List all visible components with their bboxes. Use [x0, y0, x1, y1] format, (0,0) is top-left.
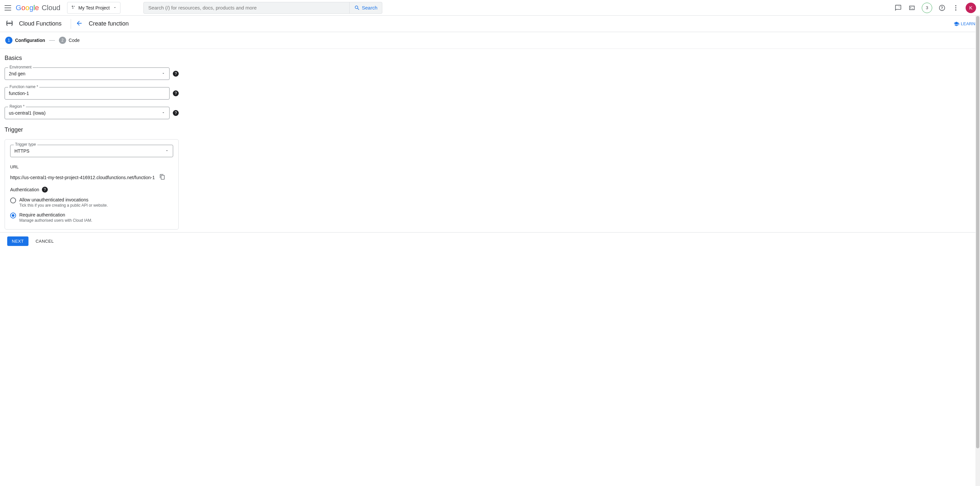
url-label: URL	[10, 164, 173, 169]
notifications-badge[interactable]: 3	[922, 3, 932, 13]
caret-down-icon	[165, 148, 169, 154]
authentication-help-icon[interactable]: ?	[42, 186, 48, 193]
top-bar: Google Cloud My Test Project Search 3	[0, 0, 980, 16]
cancel-button[interactable]: CANCEL	[36, 239, 54, 244]
radio-checked-icon	[10, 212, 16, 218]
region-row: Region * us-central1 (Iowa) ?	[5, 107, 179, 119]
authentication-title: Authentication ?	[10, 186, 173, 193]
function-name-row: Function name * function-1 ?	[5, 87, 179, 100]
google-cloud-logo[interactable]: Google Cloud	[16, 3, 60, 12]
step-1-number: 1	[5, 37, 13, 44]
more-vert-icon[interactable]	[952, 4, 960, 12]
step-2-number: 2	[59, 37, 66, 44]
region-help-icon[interactable]: ?	[173, 110, 179, 116]
function-name-help-icon[interactable]: ?	[173, 91, 179, 96]
trigger-box: Trigger type HTTPS URL https://us-centra…	[5, 139, 179, 229]
environment-value: 2nd gen	[9, 71, 25, 76]
learn-label: LEARN	[961, 21, 975, 26]
cloud-functions-icon	[5, 18, 14, 29]
step-2-label: Code	[69, 38, 80, 43]
trigger-type-label: Trigger type	[14, 142, 37, 147]
url-row: https://us-central1-my-test-project-4169…	[10, 174, 173, 181]
auth-option-require-authentication[interactable]: Require authentication Manage authorised…	[10, 212, 173, 223]
badge-count: 3	[926, 5, 928, 10]
scrollbar-track[interactable]	[975, 16, 980, 250]
region-label: Region *	[8, 104, 26, 109]
stepper: 1 Configuration 2 Code	[0, 32, 980, 49]
auth-option1-label: Allow unauthenticated invocations	[19, 197, 108, 202]
step-divider	[49, 40, 55, 41]
project-icon	[71, 5, 76, 11]
step-code[interactable]: 2 Code	[59, 37, 80, 44]
svg-point-4	[955, 7, 956, 8]
product-title[interactable]: Cloud Functions	[19, 20, 62, 27]
function-name-label: Function name *	[8, 84, 39, 89]
back-arrow-icon[interactable]	[76, 20, 83, 28]
form-content: Basics Environment 2nd gen ? Function na…	[0, 49, 183, 229]
avatar[interactable]: K	[966, 3, 976, 13]
help-icon[interactable]	[938, 4, 946, 12]
next-button[interactable]: NEXT	[7, 236, 29, 246]
bottom-actions: NEXT CANCEL	[0, 232, 980, 250]
step-configuration[interactable]: 1 Configuration	[5, 37, 45, 44]
copy-icon[interactable]	[159, 174, 165, 181]
project-selector[interactable]: My Test Project	[67, 2, 121, 14]
url-value: https://us-central1-my-test-project-4169…	[10, 175, 155, 180]
project-name: My Test Project	[78, 5, 110, 11]
trigger-type-select[interactable]: Trigger type HTTPS	[10, 145, 173, 157]
learn-button[interactable]: LEARN	[953, 21, 975, 27]
authentication-label: Authentication	[10, 187, 39, 192]
search-button[interactable]: Search	[349, 2, 382, 13]
svg-point-0	[72, 6, 73, 7]
sub-bar: Cloud Functions Create function LEARN	[0, 16, 980, 32]
environment-label: Environment	[8, 65, 33, 69]
environment-row: Environment 2nd gen ?	[5, 67, 179, 80]
radio-unchecked-icon	[10, 198, 16, 203]
auth-option1-desc: Tick this if you are creating a public A…	[19, 203, 108, 208]
trigger-type-value: HTTPS	[14, 148, 29, 154]
function-name-input[interactable]: Function name * function-1	[5, 87, 170, 100]
search-button-label: Search	[362, 5, 378, 11]
svg-point-8	[11, 23, 12, 24]
caret-down-icon	[113, 5, 117, 11]
chat-icon[interactable]	[894, 4, 902, 12]
basics-title: Basics	[5, 55, 179, 62]
region-select[interactable]: Region * us-central1 (Iowa)	[5, 107, 170, 119]
avatar-letter: K	[969, 5, 972, 11]
hamburger-menu-icon[interactable]	[4, 4, 12, 12]
page-title: Create function	[89, 20, 129, 27]
auth-option-allow-unauthenticated[interactable]: Allow unauthenticated invocations Tick t…	[10, 197, 173, 208]
environment-select[interactable]: Environment 2nd gen	[5, 67, 170, 80]
svg-point-1	[74, 6, 75, 7]
svg-point-2	[72, 8, 73, 8]
svg-point-7	[9, 23, 10, 24]
trigger-title: Trigger	[5, 126, 179, 133]
divider	[71, 19, 71, 29]
svg-point-6	[8, 23, 8, 24]
step-1-label: Configuration	[15, 38, 45, 43]
top-right-actions: 3 K	[894, 3, 976, 13]
svg-point-5	[955, 9, 956, 11]
scrollbar-thumb[interactable]	[976, 16, 979, 250]
auth-option2-label: Require authentication	[19, 212, 92, 217]
environment-help-icon[interactable]: ?	[173, 71, 179, 76]
search-container: Search	[143, 2, 382, 14]
search-input[interactable]	[144, 5, 349, 11]
caret-down-icon	[161, 71, 165, 76]
function-name-value: function-1	[9, 91, 29, 96]
svg-point-3	[955, 5, 956, 6]
cloud-shell-icon[interactable]	[908, 4, 916, 12]
region-value: us-central1 (Iowa)	[9, 110, 46, 116]
caret-down-icon	[161, 110, 165, 116]
auth-option2-desc: Manage authorised users with Cloud IAM.	[19, 218, 92, 223]
